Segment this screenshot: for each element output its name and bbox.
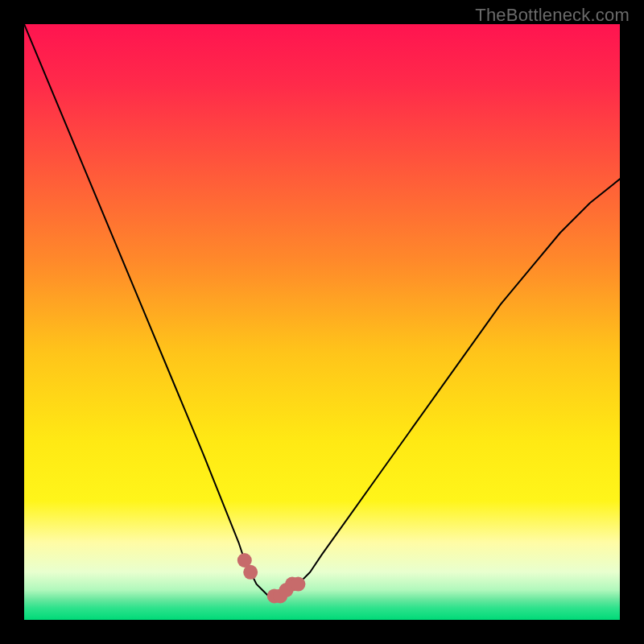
watermark-label: TheBottleneck.com [475, 5, 630, 26]
gradient-background [24, 24, 620, 620]
curve-marker [291, 577, 305, 592]
plot-area [24, 24, 620, 620]
bottleneck-chart [24, 24, 620, 620]
curve-marker [243, 565, 258, 580]
chart-container: TheBottleneck.com [0, 0, 644, 644]
